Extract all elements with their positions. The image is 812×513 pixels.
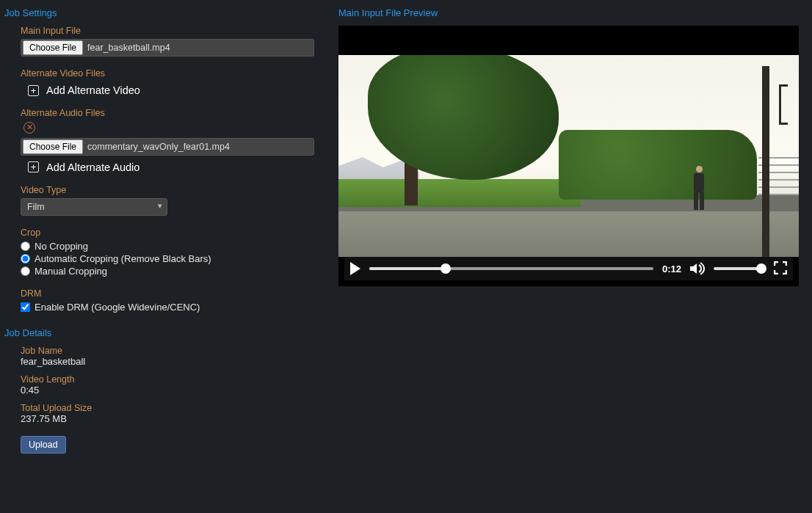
crop-option-manual[interactable]: Manual Cropping bbox=[21, 266, 324, 277]
choose-file-button-alt-audio[interactable]: Choose File bbox=[23, 139, 83, 154]
crop-radio-auto[interactable] bbox=[21, 254, 30, 263]
crop-manual-text: Manual Cropping bbox=[35, 266, 107, 277]
total-upload-size-value: 237.75 MB bbox=[21, 413, 324, 424]
job-name-label: Job Name bbox=[21, 346, 324, 356]
video-length-value: 0:45 bbox=[21, 385, 324, 396]
plus-icon: + bbox=[28, 85, 39, 96]
fullscreen-icon[interactable] bbox=[774, 261, 787, 277]
job-details-heading: Job Details bbox=[4, 327, 324, 338]
preview-heading: Main Input File Preview bbox=[338, 7, 808, 18]
video-frame-image bbox=[338, 55, 799, 257]
crop-none-text: No Cropping bbox=[35, 241, 88, 252]
alt-audio-file-row: Choose File commentary_wavOnly_fear01.mp… bbox=[21, 138, 314, 156]
volume-bar[interactable] bbox=[714, 267, 765, 270]
main-input-filename: fear_basketball.mp4 bbox=[87, 43, 170, 53]
volume-icon[interactable] bbox=[690, 262, 705, 275]
video-type-selected-value: Film bbox=[27, 202, 45, 212]
drm-label: DRM bbox=[21, 288, 324, 299]
alternate-audio-files-label: Alternate Audio Files bbox=[21, 108, 324, 118]
main-input-file-label: Main Input File bbox=[21, 26, 324, 36]
video-type-label: Video Type bbox=[21, 185, 324, 195]
add-alternate-video-button[interactable]: + Add Alternate Video bbox=[21, 84, 324, 96]
crop-option-auto[interactable]: Automatic Cropping (Remove Black Bars) bbox=[21, 253, 324, 264]
drm-checkbox[interactable] bbox=[21, 302, 30, 312]
video-type-select[interactable]: Film bbox=[21, 198, 167, 216]
plus-icon: + bbox=[28, 161, 39, 172]
video-controls: 0:12 bbox=[344, 257, 793, 280]
seek-bar[interactable] bbox=[369, 267, 653, 270]
add-alternate-audio-label: Add Alternate Audio bbox=[46, 161, 139, 173]
crop-option-none[interactable]: No Cropping bbox=[21, 241, 324, 252]
alternate-video-files-label: Alternate Video Files bbox=[21, 68, 324, 79]
video-preview: 0:12 bbox=[338, 26, 799, 286]
choose-file-button-main[interactable]: Choose File bbox=[23, 40, 83, 55]
drm-enable-text: Enable DRM (Google Widevine/CENC) bbox=[35, 302, 200, 313]
upload-button[interactable]: Upload bbox=[21, 436, 66, 454]
add-alternate-audio-button[interactable]: + Add Alternate Audio bbox=[21, 161, 324, 173]
job-name-value: fear_basketball bbox=[21, 356, 324, 367]
crop-radio-manual[interactable] bbox=[21, 266, 30, 276]
seek-thumb[interactable] bbox=[441, 263, 451, 274]
playback-time: 0:12 bbox=[662, 263, 681, 274]
total-upload-size-label: Total Upload Size bbox=[21, 403, 324, 413]
job-settings-heading: Job Settings bbox=[4, 7, 324, 18]
remove-alt-audio-icon[interactable]: ✕ bbox=[23, 122, 35, 134]
crop-auto-text: Automatic Cropping (Remove Black Bars) bbox=[35, 253, 211, 264]
main-input-file-row: Choose File fear_basketball.mp4 bbox=[21, 39, 314, 57]
alt-audio-filename: commentary_wavOnly_fear01.mp4 bbox=[87, 142, 230, 152]
add-alternate-video-label: Add Alternate Video bbox=[46, 84, 140, 96]
volume-thumb[interactable] bbox=[756, 263, 766, 274]
crop-label: Crop bbox=[21, 228, 324, 238]
video-length-label: Video Length bbox=[21, 374, 324, 385]
crop-radio-none[interactable] bbox=[21, 241, 30, 251]
play-icon[interactable] bbox=[350, 262, 360, 275]
drm-enable-row[interactable]: Enable DRM (Google Widevine/CENC) bbox=[21, 302, 324, 313]
